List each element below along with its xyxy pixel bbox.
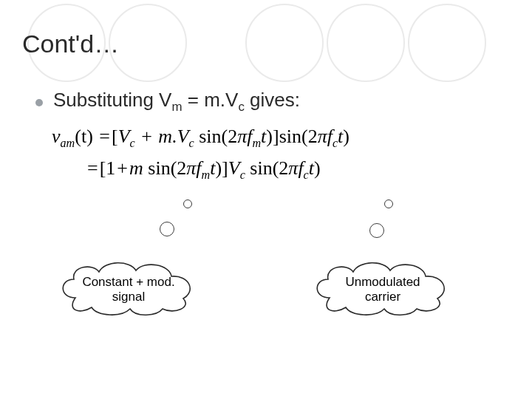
- eq2-fm: f: [196, 157, 201, 179]
- eq2-sin2: sin: [250, 157, 272, 179]
- bullet-text: Substituting Vm = m.Vc gives:: [53, 89, 300, 115]
- eq1-sin1-open: (2: [222, 126, 238, 147]
- svg-point-3: [327, 4, 404, 81]
- thought-bubble-small-icon: [183, 200, 192, 208]
- svg-point-1: [109, 4, 186, 81]
- eq1-fc: f: [327, 126, 332, 147]
- eq1-lhs-t: (t): [75, 126, 93, 147]
- callout-right-line-1: Unmodulated: [345, 275, 420, 289]
- eq2-Vc: V: [228, 157, 240, 179]
- eq1-sin2-open: (2: [301, 126, 318, 147]
- eq2-plus: +: [115, 157, 129, 179]
- callout-right-text: Unmodulated carrier: [331, 275, 434, 304]
- eq2-sin1-open: (2: [171, 157, 187, 179]
- eq1-Vc: V: [118, 126, 130, 147]
- thought-bubble-small-icon: [384, 200, 393, 208]
- background-circles: [0, 0, 532, 399]
- eq2-pi1: π: [186, 157, 196, 179]
- bullet-sub-1: m: [171, 100, 182, 114]
- eq2-pi2: π: [288, 157, 298, 179]
- eq1-pi2: π: [318, 126, 327, 147]
- eq2-fc: f: [298, 157, 303, 179]
- bullet-seg-2: = m.V: [183, 89, 239, 111]
- eq2-Vc-sub: c: [240, 168, 245, 181]
- equation-line-1: vam(t) =[Vc + m.Vc sin(2πfmt)]sin(2πfct): [52, 126, 480, 150]
- callout-left-text: Constant + mod. signal: [71, 275, 186, 304]
- svg-point-2: [246, 4, 323, 81]
- eq1-pi1: π: [237, 126, 247, 147]
- eq2-lbrack: [1: [100, 157, 116, 179]
- eq1-lhs-sub: am: [61, 137, 75, 149]
- equations: vam(t) =[Vc + m.Vc sin(2πfmt)]sin(2πfct)…: [52, 126, 480, 182]
- eq2-equals: =: [86, 157, 100, 179]
- eq1-plus: +: [140, 126, 154, 147]
- eq1-lhs-v: v: [52, 126, 61, 147]
- eq2-sin1: sin: [143, 157, 171, 179]
- slide-title: Cont'd…: [22, 30, 119, 58]
- eq1-equals: =: [98, 126, 112, 147]
- eq2-m: m: [129, 157, 143, 179]
- thought-bubble-medium-icon: [160, 222, 174, 236]
- bullet-seg-3: gives:: [245, 89, 300, 111]
- eq1-mVc: m.V: [158, 126, 188, 147]
- eq1-Vc-sub: c: [130, 137, 135, 149]
- eq1-close2: ): [343, 126, 349, 147]
- bullet-sub-2: c: [238, 100, 244, 114]
- bullet-seg-1: Substituting V: [53, 89, 171, 111]
- callout-left-line-2: signal: [112, 290, 145, 304]
- callout-left-line-1: Constant + mod.: [82, 275, 174, 289]
- equation-line-2: =[1+m sin(2πfmt)]Vc sin(2πfct): [86, 157, 480, 182]
- eq1-sin1: sin: [199, 126, 221, 147]
- eq2-close1: )]: [215, 157, 228, 179]
- eq1-sin2: sin: [279, 126, 301, 147]
- eq1-close1: )]: [266, 126, 279, 147]
- eq2-sin2-open: (2: [273, 157, 289, 179]
- bullet-dot-icon: [35, 99, 43, 106]
- callout-right-line-2: carrier: [365, 290, 400, 304]
- eq2-close2: ): [314, 157, 321, 179]
- eq2-fc-sub: c: [304, 168, 309, 181]
- eq1-lbrack: [: [112, 126, 118, 147]
- eq2-fm-sub: m: [202, 168, 211, 181]
- thought-bubble-medium-icon: [369, 223, 384, 238]
- eq2-t2: t: [309, 157, 314, 179]
- eq1-mVc-sub: c: [189, 137, 194, 149]
- svg-point-4: [409, 4, 485, 81]
- bullet-row: Substituting Vm = m.Vc gives:: [35, 89, 300, 115]
- eq1-fm-sub: m: [252, 137, 261, 149]
